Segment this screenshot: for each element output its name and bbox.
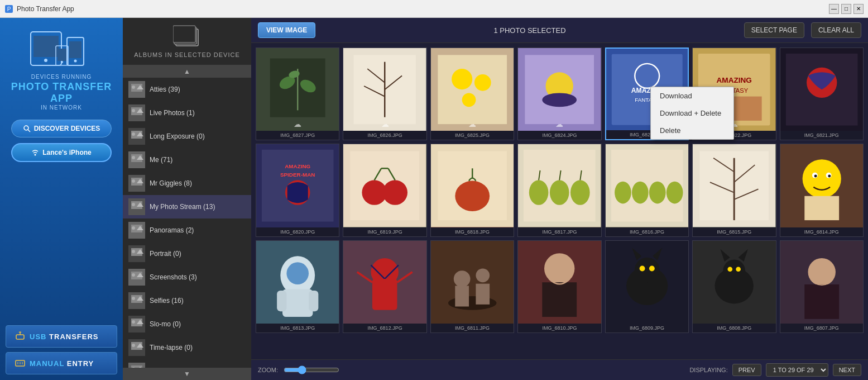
photo-name: IMG_6821.JPG	[780, 131, 863, 140]
svg-point-4	[44, 59, 47, 62]
manual-rest-text: ENTRY	[64, 359, 94, 368]
zoom-slider[interactable]	[284, 365, 339, 374]
album-item[interactable]: Screenshots (3)	[123, 265, 251, 289]
svg-point-180	[649, 265, 655, 271]
photo-cell[interactable]: IMG_6812.JPG	[343, 240, 426, 333]
photo-cell[interactable]: ☁IMG_6827.JPG	[256, 48, 339, 140]
photo-name: IMG_6815.JPG	[693, 227, 775, 236]
photo-cell[interactable]: IMG_6815.JPG	[692, 144, 776, 236]
close-btn[interactable]: ✕	[853, 4, 864, 14]
cloud-badge: ☁	[294, 120, 301, 129]
photo-cell[interactable]: IMG_6818.JPG	[430, 144, 514, 236]
svg-text:AMAZING: AMAZING	[717, 76, 752, 84]
svg-text:AMAZING: AMAZING	[285, 164, 310, 170]
photo-name: IMG_6827.JPG	[256, 131, 339, 140]
photo-cell[interactable]: IMG_6819.JPG	[343, 144, 426, 236]
album-item[interactable]: Panoramas (2)	[123, 218, 251, 242]
prev-btn[interactable]: PREV	[732, 364, 761, 376]
photo-cell[interactable]: ☁IMG_6824.JPG	[517, 48, 601, 140]
album-item[interactable]: Portrait (0)	[123, 242, 251, 265]
photo-cell[interactable]: AMAZINGSPIDER-MANIMG_6820.JPG	[256, 144, 339, 236]
album-name: Selfies (16)	[150, 297, 184, 305]
albums-panel: ALBUMS IN SELECTED DEVICE ▲ Atties (39)L…	[123, 18, 251, 380]
album-item[interactable]: Selfies (16)	[123, 289, 251, 312]
keyboard-icon	[15, 358, 25, 368]
device-btn[interactable]: Lance's iPhone	[11, 143, 112, 162]
album-item[interactable]: Long Exposure (0)	[123, 125, 251, 148]
photo-name: IMG_6813.JPG	[256, 324, 339, 332]
svg-point-90	[452, 69, 472, 89]
album-scroll-up-btn[interactable]: ▲	[123, 65, 251, 78]
svg-rect-116	[351, 151, 420, 221]
svg-point-152	[828, 175, 831, 178]
manual-entry-btn[interactable]: MANUAL ENTRY	[6, 352, 117, 374]
svg-marker-16	[18, 331, 22, 332]
discover-label: DISCOVER DEVICES	[34, 125, 100, 132]
photo-cell[interactable]: IMG_6811.JPG	[430, 240, 514, 333]
device-icons	[28, 29, 95, 70]
svg-rect-162	[372, 279, 397, 310]
select-page-btn[interactable]: SELECT PAGE	[744, 22, 804, 38]
album-name: Me (71)	[150, 156, 172, 164]
photo-cell[interactable]: IMG_6813.JPG	[256, 240, 339, 333]
album-item[interactable]: Slo-mo (0)	[123, 312, 251, 336]
usb-transfers-btn[interactable]: USB TRANSFERS	[6, 325, 117, 348]
usb-highlight: USB	[30, 332, 46, 341]
album-item[interactable]: My Photo Stream (13)	[123, 195, 251, 218]
svg-point-186	[728, 267, 733, 272]
page-select[interactable]: 1 TO 29 OF 29	[766, 363, 828, 377]
svg-point-96	[543, 93, 577, 107]
photo-grid-container[interactable]: ☁IMG_6827.JPG☁IMG_6826.JPG☁IMG_6825.JPG☁…	[251, 43, 868, 359]
photo-cell[interactable]: IMG_6809.JPG	[605, 240, 689, 333]
album-item[interactable]: Time-lapse (0)	[123, 336, 251, 359]
clear-all-btn[interactable]: CLEAR ALL	[811, 22, 861, 38]
svg-point-176	[635, 258, 660, 283]
cloud-badge: ☁	[555, 120, 563, 129]
svg-point-46	[132, 203, 135, 206]
context-menu-item-download[interactable]: Download	[651, 87, 733, 104]
albums-header: ALBUMS IN SELECTED DEVICE	[123, 18, 251, 65]
photo-cell[interactable]: IMG_6816.JPG	[605, 144, 689, 236]
cloud-badge: ☁	[468, 120, 476, 129]
maximize-btn[interactable]: □	[841, 4, 851, 14]
next-btn[interactable]: NEXT	[833, 364, 861, 376]
svg-point-92	[462, 93, 476, 107]
svg-point-130	[570, 180, 590, 206]
svg-point-187	[736, 267, 741, 272]
zoom-label: ZOOM:	[258, 367, 278, 373]
minimize-btn[interactable]: —	[829, 4, 839, 14]
photo-cell[interactable]: IMG_6807.JPG	[780, 240, 864, 333]
album-item[interactable]: Mr Giggles (8)	[123, 172, 251, 195]
photo-cell[interactable]: IMG_6821.JPG	[780, 48, 864, 140]
svg-point-118	[383, 180, 408, 206]
album-scroll-down-btn[interactable]: ▼	[123, 368, 251, 380]
album-item[interactable]: Live Photos (1)	[123, 101, 251, 125]
photo-cell[interactable]: ☁IMG_6826.JPG	[343, 48, 426, 140]
svg-rect-3	[33, 36, 59, 57]
album-item[interactable]: Videos (50)	[123, 359, 251, 368]
svg-point-70	[132, 344, 135, 347]
context-menu-item-delete[interactable]: Delete	[651, 122, 733, 139]
svg-rect-159	[309, 291, 318, 311]
context-menu-item-download-plus-delete[interactable]: Download + Delete	[651, 104, 733, 122]
discover-devices-btn[interactable]: DISCOVER DEVICES	[11, 120, 112, 137]
svg-point-34	[132, 132, 135, 136]
photo-cell[interactable]: ☁IMG_6825.JPG	[430, 48, 514, 140]
album-item[interactable]: Me (71)	[123, 148, 251, 172]
svg-point-91	[474, 74, 491, 91]
app-icon: P	[4, 4, 13, 13]
photo-cell[interactable]: IMG_6810.JPG	[517, 240, 601, 333]
svg-point-172	[544, 253, 574, 283]
photo-cell[interactable]: IMG_6817.JPG	[517, 144, 601, 236]
content-toolbar: VIEW IMAGE 1 PHOTO SELECTED SELECT PAGE …	[251, 18, 868, 43]
photo-name: IMG_6811.JPG	[431, 324, 514, 332]
album-item[interactable]: Atties (39)	[123, 78, 251, 101]
svg-point-168	[476, 268, 490, 282]
svg-point-124	[455, 181, 490, 211]
view-image-btn[interactable]: VIEW IMAGE	[258, 22, 315, 38]
albums-scroll-area[interactable]: Atties (39)Live Photos (1)Long Exposure …	[123, 78, 251, 368]
photo-cell[interactable]: IMG_6808.JPG	[692, 240, 776, 333]
album-name: Time-lapse (0)	[150, 344, 193, 352]
photo-cell[interactable]: IMG_6814.JPG	[780, 144, 864, 236]
wifi-icon	[31, 149, 39, 156]
